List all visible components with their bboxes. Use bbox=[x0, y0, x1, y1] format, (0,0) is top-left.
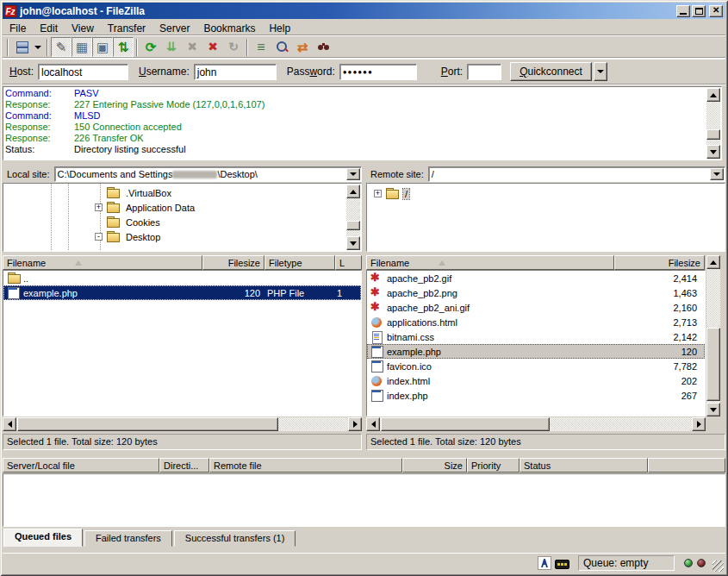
refresh-button[interactable] bbox=[140, 37, 161, 57]
menu-edit[interactable]: Edit bbox=[33, 21, 65, 36]
menu-file[interactable]: File bbox=[3, 21, 33, 36]
site-manager-button[interactable] bbox=[11, 37, 32, 57]
tree-item-virtualbox[interactable]: .VirtualBox bbox=[95, 185, 173, 200]
expander-icon[interactable]: - bbox=[95, 233, 103, 241]
toggle-log-button[interactable] bbox=[51, 37, 72, 57]
transfer-type-indicator-icon[interactable] bbox=[538, 556, 551, 570]
file-row[interactable]: index.php 267 bbox=[367, 388, 705, 403]
local-site-dropdown-button[interactable] bbox=[346, 168, 360, 180]
scroll-up-button[interactable] bbox=[706, 255, 720, 269]
menu-help[interactable]: Help bbox=[262, 21, 297, 36]
toggle-remote-tree-button[interactable] bbox=[92, 37, 113, 57]
menu-bookmarks[interactable]: Bookmarks bbox=[196, 21, 262, 36]
cancel-button[interactable] bbox=[182, 37, 202, 57]
scroll-thumb[interactable] bbox=[346, 221, 360, 230]
file-row[interactable]: apache_pb2.png 1,463 bbox=[367, 285, 705, 300]
queue-list[interactable] bbox=[3, 473, 725, 527]
tree-item-application-data[interactable]: + Application Data bbox=[95, 200, 196, 215]
quickconnect-button[interactable]: Quickconnect bbox=[510, 62, 592, 81]
file-row-example-php[interactable]: example.php 120 bbox=[367, 344, 705, 359]
filter-button[interactable] bbox=[251, 37, 271, 57]
scroll-down-button[interactable] bbox=[706, 403, 720, 416]
file-row-example-php[interactable]: example.php 120 PHP File 1 bbox=[3, 285, 361, 300]
host-input[interactable]: localhost bbox=[38, 64, 128, 80]
scroll-down-button[interactable] bbox=[706, 145, 720, 159]
column-header-filetype[interactable]: Filetype bbox=[264, 255, 335, 270]
maximize-icon bbox=[695, 8, 703, 15]
remote-site-combo[interactable]: / bbox=[428, 166, 725, 182]
folder-icon bbox=[106, 216, 121, 229]
file-row[interactable]: index.html 202 bbox=[367, 373, 705, 388]
scroll-up-button[interactable] bbox=[346, 185, 360, 198]
local-list-hscrollbar[interactable] bbox=[3, 417, 362, 431]
column-header-server-local-file[interactable]: Server/Local file bbox=[3, 458, 159, 473]
speed-limit-indicator-icon[interactable] bbox=[555, 560, 569, 569]
column-header-filename[interactable]: Filename bbox=[366, 255, 614, 270]
column-header-direction[interactable]: Directi... bbox=[159, 458, 209, 473]
quickconnect-dropdown-button[interactable] bbox=[594, 62, 607, 81]
toggle-local-tree-button[interactable] bbox=[72, 37, 92, 57]
disconnect-button[interactable] bbox=[202, 37, 223, 57]
column-header-filesize[interactable]: Filesize bbox=[614, 255, 705, 270]
redacted-username bbox=[172, 171, 217, 178]
file-row[interactable]: favicon.ico 7,782 bbox=[367, 359, 705, 373]
scroll-thumb[interactable] bbox=[706, 328, 720, 401]
tree-item-cookies[interactable]: Cookies bbox=[95, 215, 162, 229]
scroll-thumb[interactable] bbox=[381, 417, 550, 431]
scroll-down-button[interactable] bbox=[346, 236, 360, 250]
directory-comparison-button[interactable] bbox=[271, 37, 292, 57]
port-input[interactable] bbox=[467, 64, 501, 80]
remote-list-vscrollbar[interactable] bbox=[706, 255, 720, 416]
remote-site-dropdown-button[interactable] bbox=[710, 168, 724, 180]
column-header-size[interactable]: Size bbox=[402, 458, 467, 473]
column-header-priority[interactable]: Priority bbox=[467, 458, 520, 473]
tree-item-root[interactable]: + / bbox=[374, 186, 409, 201]
expander-icon[interactable]: + bbox=[374, 190, 382, 197]
file-row[interactable]: applications.html 2,713 bbox=[367, 315, 705, 329]
column-header-last-modified[interactable]: L bbox=[335, 255, 362, 270]
column-header-status[interactable]: Status bbox=[520, 458, 648, 473]
file-row[interactable]: apache_pb2.gif 2,414 bbox=[367, 271, 705, 285]
maximize-button[interactable] bbox=[692, 5, 706, 17]
file-row[interactable]: bitnami.css 2,142 bbox=[367, 329, 705, 344]
minimize-button[interactable] bbox=[676, 5, 690, 17]
process-queue-button[interactable] bbox=[161, 37, 182, 57]
menu-transfer[interactable]: Transfer bbox=[101, 21, 152, 36]
local-tree-scrollbar[interactable] bbox=[346, 185, 360, 250]
tab-failed-transfers[interactable]: Failed transfers bbox=[84, 530, 172, 547]
site-manager-dropdown-button[interactable] bbox=[32, 37, 44, 57]
arrow-right-icon bbox=[697, 421, 701, 428]
scroll-right-button[interactable] bbox=[348, 417, 362, 431]
synchronized-browsing-button[interactable] bbox=[292, 37, 313, 57]
remote-list-hscrollbar[interactable] bbox=[366, 417, 706, 431]
expander-icon[interactable]: + bbox=[95, 203, 103, 211]
tab-successful-transfers[interactable]: Successful transfers (1) bbox=[174, 530, 296, 547]
column-header-empty[interactable] bbox=[648, 458, 725, 473]
scroll-left-button[interactable] bbox=[3, 417, 16, 431]
tree-item-desktop[interactable]: - Desktop bbox=[95, 229, 162, 244]
find-files-button[interactable] bbox=[313, 37, 333, 57]
scroll-right-button[interactable] bbox=[692, 417, 706, 431]
local-site-combo[interactable]: C:\Documents and Settings\Desktop\ bbox=[54, 166, 362, 182]
scroll-left-button[interactable] bbox=[366, 417, 380, 431]
menu-view[interactable]: View bbox=[65, 21, 101, 36]
scroll-thumb[interactable] bbox=[17, 417, 278, 431]
scroll-up-button[interactable] bbox=[706, 88, 720, 102]
reconnect-button[interactable] bbox=[223, 37, 244, 57]
log-line: Response:226 Transfer OK bbox=[5, 133, 706, 144]
column-header-filename[interactable]: Filename bbox=[3, 255, 202, 270]
tab-queued-files[interactable]: Queued files bbox=[3, 529, 83, 547]
scroll-thumb[interactable] bbox=[706, 129, 720, 140]
toggle-queue-button[interactable] bbox=[113, 37, 134, 57]
close-button[interactable] bbox=[709, 5, 723, 17]
username-input[interactable]: john bbox=[194, 64, 277, 80]
password-input[interactable]: ●●●●●● bbox=[339, 64, 417, 80]
log-scrollbar[interactable] bbox=[706, 88, 720, 159]
resize-grip[interactable] bbox=[712, 560, 724, 572]
column-header-remote-file[interactable]: Remote file bbox=[209, 458, 402, 473]
file-row[interactable]: apache_pb2_ani.gif 2,160 bbox=[367, 300, 705, 315]
file-row-updir[interactable]: .. bbox=[3, 271, 361, 285]
sort-ascending-icon bbox=[439, 260, 445, 266]
menu-server[interactable]: Server bbox=[152, 21, 196, 36]
column-header-filesize[interactable]: Filesize bbox=[202, 255, 264, 270]
